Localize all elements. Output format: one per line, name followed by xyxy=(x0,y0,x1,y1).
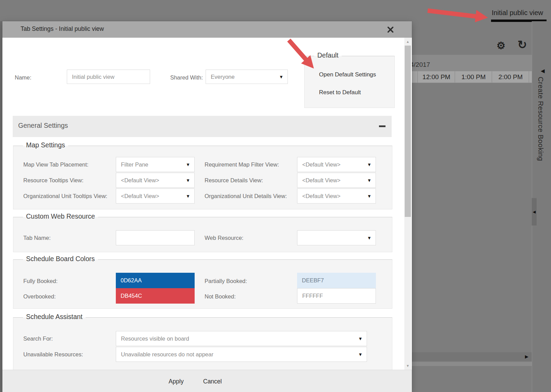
partially-booked-color-field[interactable]: DEEBF7 xyxy=(297,273,376,288)
chevron-down-icon: ▼ xyxy=(358,352,363,357)
dropdown-value: <Default View> xyxy=(302,193,341,199)
dialog-scrollbar[interactable]: ▲ ▼ xyxy=(404,38,411,370)
dialog-title: Tab Settings - Initial public view xyxy=(21,25,104,33)
chevron-down-icon: ▼ xyxy=(367,162,371,167)
board-settings-gear-icon[interactable]: ⚙ xyxy=(496,40,506,51)
map-view-tab-placement-label: Map View Tab Placement: xyxy=(23,160,88,169)
chevron-down-icon: ▼ xyxy=(358,336,363,341)
requirement-map-filter-view-dropdown[interactable]: <Default View> ▼ xyxy=(297,157,376,172)
scroll-right-icon[interactable]: ▶ xyxy=(525,354,528,359)
tab-settings-dialog: Tab Settings - Initial public view Name:… xyxy=(2,21,412,392)
org-unit-tooltips-view-dropdown[interactable]: <Default View> ▼ xyxy=(116,188,195,204)
time-header-cell: 1:00 PM xyxy=(455,71,492,83)
chevron-down-icon: ▼ xyxy=(186,194,190,199)
overbooked-color-field[interactable]: DB454C xyxy=(116,288,195,304)
chevron-down-icon: ▼ xyxy=(367,178,371,183)
scroll-up-icon[interactable]: ▲ xyxy=(404,40,411,44)
dropdown-value: <Default View> xyxy=(302,161,341,168)
web-resource-label: Web Resource: xyxy=(205,234,243,242)
default-legend: Default xyxy=(314,51,342,59)
board-bottom-band xyxy=(412,362,532,366)
board-time-header: 12:00 PM 1:00 PM 2:00 PM xyxy=(412,71,532,83)
name-label: Name: xyxy=(15,73,32,82)
schedule-assistant-section: Schedule Assistant Search For: Resources… xyxy=(13,317,392,370)
resource-details-view-label: Resource Details View: xyxy=(205,176,263,184)
name-input[interactable] xyxy=(67,70,150,84)
tab-initial-public-view[interactable]: Initial public view xyxy=(487,9,543,17)
open-default-settings-link[interactable]: Open Default Settings xyxy=(319,71,376,78)
unavailable-resources-label: Unavailable Resources: xyxy=(23,350,83,358)
dropdown-value: Resources visible on board xyxy=(121,335,189,342)
tab-name-input[interactable] xyxy=(116,230,195,245)
shared-with-dropdown[interactable]: Everyone ▼ xyxy=(206,70,288,84)
search-for-dropdown[interactable]: Resources visible on board ▼ xyxy=(116,331,367,346)
dialog-titlebar: Tab Settings - Initial public view xyxy=(2,21,412,38)
unavailable-resources-dropdown[interactable]: Unavailable resources do not appear ▼ xyxy=(116,347,367,362)
requirement-map-filter-view-label: Requirement Map Filter View: xyxy=(205,160,279,169)
schedule-board-colors-section: Schedule Board Colors Fully Booked: 0D62… xyxy=(13,259,392,309)
chevron-down-icon: ▼ xyxy=(186,178,190,183)
dropdown-value: Unavailable resources do not appear xyxy=(121,351,213,358)
resource-tooltips-view-label: Resource Tooltips View: xyxy=(23,176,83,184)
chevron-down-icon: ▼ xyxy=(186,162,190,167)
apply-button[interactable]: Apply xyxy=(161,376,192,387)
dropdown-value: Filter Pane xyxy=(121,161,148,168)
close-icon[interactable] xyxy=(385,25,395,34)
overbooked-label: Overbooked: xyxy=(23,292,56,301)
screen: Initial public view ⚙ ↻ 4/2017 12:00 PM … xyxy=(0,0,551,392)
scroll-down-icon[interactable]: ▼ xyxy=(404,364,411,368)
refresh-icon[interactable]: ↻ xyxy=(517,39,527,50)
tab-name-label: Tab Name: xyxy=(23,234,51,242)
default-section: Default Open Default Settings Reset to D… xyxy=(304,56,395,108)
cancel-button[interactable]: Cancel xyxy=(197,376,228,387)
chevron-down-icon: ▼ xyxy=(279,74,283,79)
general-settings-title: General Settings xyxy=(18,122,68,130)
scrollbar-thumb[interactable] xyxy=(405,46,411,217)
collapse-minus-icon[interactable] xyxy=(379,125,385,127)
panel-collapse-icon[interactable]: ◀ xyxy=(541,68,545,74)
board-horizontal-scrollbar[interactable]: ▶ xyxy=(412,352,532,361)
board-date-label: 4/2017 xyxy=(410,61,430,69)
dialog-body: Name: Shared With: Everyone ▼ Default Op… xyxy=(2,38,412,370)
fully-booked-color-field[interactable]: 0D62AA xyxy=(116,273,195,288)
schedule-board-colors-legend: Schedule Board Colors xyxy=(23,255,98,263)
background-left-edge xyxy=(0,21,2,392)
dropdown-value: <Default View> xyxy=(121,177,159,184)
partially-booked-label: Partially Booked: xyxy=(205,277,247,285)
create-resource-booking-label[interactable]: Create Resource Booking xyxy=(537,77,545,234)
chevron-down-icon: ▼ xyxy=(367,194,371,199)
web-resource-dropdown[interactable]: ▼ xyxy=(297,230,376,245)
not-booked-color-field[interactable]: FFFFFF xyxy=(297,288,376,304)
map-view-tab-placement-dropdown[interactable]: Filter Pane ▼ xyxy=(116,157,195,172)
schedule-assistant-legend: Schedule Assistant xyxy=(23,313,86,321)
org-unit-tooltips-view-label: Organizational Unit Tooltips View: xyxy=(23,192,107,200)
custom-web-resource-section: Custom Web Resource Tab Name: Web Resour… xyxy=(13,217,392,252)
search-for-label: Search For: xyxy=(23,334,53,343)
shared-with-label: Shared With: xyxy=(158,73,203,82)
time-header-cell: 12:00 PM xyxy=(417,71,455,83)
chevron-down-icon: ▼ xyxy=(367,235,371,241)
fully-booked-label: Fully Booked: xyxy=(23,277,58,285)
panel-splitter-handle[interactable]: ◀ xyxy=(532,198,537,225)
org-unit-details-view-dropdown[interactable]: <Default View> ▼ xyxy=(297,188,376,204)
map-settings-legend: Map Settings xyxy=(23,141,68,149)
dropdown-value: <Default View> xyxy=(121,193,159,199)
dialog-footer: Apply Cancel xyxy=(2,370,412,392)
org-unit-details-view-label: Organizational Unit Details View: xyxy=(205,192,287,200)
reset-to-default-link[interactable]: Reset to Default xyxy=(319,89,361,96)
time-header-cell: 2:00 PM xyxy=(492,71,529,83)
shared-with-value: Everyone xyxy=(211,74,235,80)
arrow-to-tab xyxy=(428,10,488,22)
resource-details-view-dropdown[interactable]: <Default View> ▼ xyxy=(297,173,376,188)
general-settings-header[interactable]: General Settings xyxy=(13,116,392,137)
not-booked-label: Not Booked: xyxy=(205,292,236,301)
map-settings-section: Map Settings Map View Tab Placement: Fil… xyxy=(13,146,392,209)
custom-web-resource-legend: Custom Web Resource xyxy=(23,212,98,220)
dropdown-value: <Default View> xyxy=(302,177,341,184)
resource-tooltips-view-dropdown[interactable]: <Default View> ▼ xyxy=(116,173,195,188)
